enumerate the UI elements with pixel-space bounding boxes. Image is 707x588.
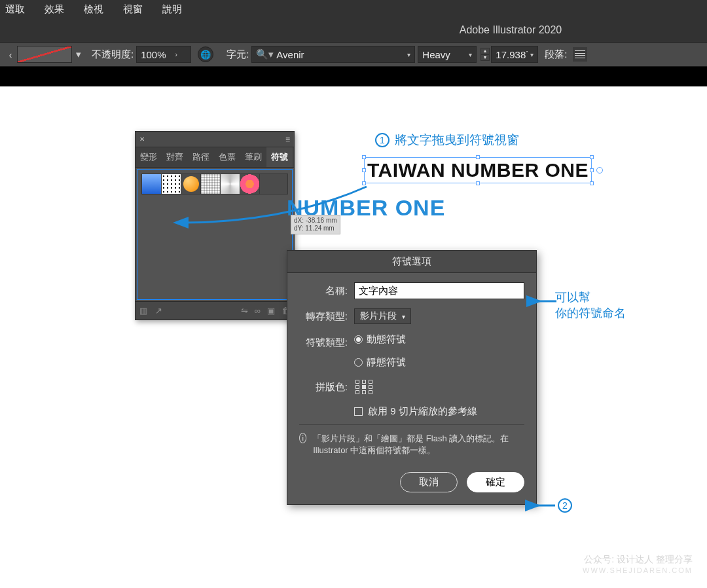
- registration-label: 拼版色:: [299, 381, 348, 394]
- font-size-field[interactable]: 17.938˙ ▾: [491, 46, 538, 63]
- step1-number: 1: [375, 133, 390, 147]
- paragraph-label: 段落:: [545, 48, 567, 61]
- menu-help[interactable]: 說明: [162, 3, 182, 16]
- annotation-name-l2: 你的符號命名: [555, 305, 626, 321]
- menu-window[interactable]: 視窗: [123, 3, 143, 16]
- radio-static[interactable]: 靜態符號: [354, 356, 406, 369]
- name-label: 名稱:: [299, 285, 348, 297]
- opacity-field[interactable]: 100% ›: [136, 46, 191, 63]
- annotation-name: 可以幫 你的符號命名: [555, 289, 626, 321]
- new-symbol-icon[interactable]: ▣: [267, 306, 275, 316]
- place-symbol-icon[interactable]: ↗: [155, 306, 162, 316]
- chevron-down-icon[interactable]: ▾: [407, 51, 410, 58]
- annotation-name-l1: 可以幫: [555, 289, 626, 305]
- step1-text: 將文字拖曳到符號視窗: [395, 132, 519, 149]
- selection-handle[interactable]: [590, 181, 594, 185]
- font-family-field[interactable]: 🔍▾ Avenir ▾: [251, 46, 415, 63]
- slice-checkbox[interactable]: 啟用 9 切片縮放的參考線: [354, 405, 524, 418]
- chevron-down-icon: ▾: [402, 313, 405, 320]
- radio-icon: [354, 358, 363, 367]
- fill-none-swatch[interactable]: [17, 46, 72, 63]
- panel-tabs: 變形 對齊 路徑 色票 筆刷 符號: [136, 147, 294, 168]
- canvas-text: TAIWAN NUMBER ONE: [367, 159, 589, 181]
- radio-dynamic-label: 動態符號: [367, 333, 406, 346]
- panel-menu-icon[interactable]: ≡: [285, 135, 290, 144]
- annotation-step2: 2: [558, 498, 572, 513]
- info-icon: i: [299, 433, 306, 443]
- radio-icon: [354, 335, 363, 344]
- symbol-type-label: 符號類型:: [299, 337, 348, 349]
- symbol-options-dialog: 符號選項 名稱: 轉存類型: 影片片段 ▾ 符號類型: 動態符號 靜態符號 拼版…: [287, 250, 537, 505]
- registration-grid[interactable]: [354, 379, 375, 395]
- watermark-line2: WWW.SHEJIDAREN.COM: [583, 565, 693, 576]
- annotation-arrow-icon: [522, 500, 562, 513]
- chevron-down-icon[interactable]: ›: [175, 51, 177, 58]
- font-size-stepper[interactable]: ▴ ▾: [480, 48, 490, 61]
- menu-view[interactable]: 檢視: [84, 3, 103, 16]
- selection-handle[interactable]: [362, 155, 366, 159]
- selection-handle[interactable]: [362, 168, 366, 172]
- watermark: 公众号: 设计达人 整理分享 WWW.SHEJIDAREN.COM: [583, 554, 693, 576]
- paragraph-align-icon[interactable]: [573, 47, 587, 62]
- ok-button[interactable]: 確定: [467, 472, 524, 492]
- step2-number: 2: [558, 498, 572, 513]
- checkbox-icon: [354, 407, 363, 416]
- text-anchor-handle[interactable]: [596, 167, 603, 174]
- dialog-title: 符號選項: [287, 251, 536, 273]
- cancel-button[interactable]: 取消: [400, 472, 458, 492]
- search-icon: 🔍▾: [256, 48, 274, 60]
- chevron-left-icon[interactable]: ‹: [4, 49, 17, 60]
- symbol-name-input[interactable]: [354, 282, 524, 299]
- chevron-up-icon[interactable]: ▴: [480, 48, 490, 54]
- opacity-value: 100%: [141, 49, 166, 60]
- app-title: Adobe Illustrator 2020: [460, 24, 562, 36]
- watermark-line1: 公众号: 设计达人 整理分享: [583, 554, 693, 565]
- tab-align[interactable]: 對齊: [162, 147, 188, 167]
- font-weight-value: Heavy: [422, 49, 450, 60]
- selected-text-object[interactable]: TAIWAN NUMBER ONE: [364, 157, 592, 183]
- tab-swatches[interactable]: 色票: [214, 147, 240, 167]
- control-toolbar: ‹ ▾ 不透明度: 100% › 🌐 字元: 🔍▾ Avenir ▾ Heavy…: [0, 42, 707, 67]
- menu-select[interactable]: 選取: [5, 3, 25, 16]
- export-type-select[interactable]: 影片片段 ▾: [354, 308, 411, 324]
- selection-handle[interactable]: [590, 168, 594, 172]
- export-type-label: 轉存類型:: [299, 310, 348, 323]
- doc-bar: [0, 67, 707, 86]
- font-size-value: 17.938˙: [496, 49, 529, 60]
- panel-header[interactable]: ✕ ≡: [136, 132, 294, 147]
- menu-effect[interactable]: 效果: [45, 3, 64, 16]
- opacity-label: 不透明度:: [92, 48, 134, 61]
- options-icon[interactable]: ∞: [255, 306, 261, 316]
- symbol-thumb[interactable]: [142, 174, 162, 194]
- menubar[interactable]: 選取 效果 檢視 視窗 說明: [0, 0, 707, 18]
- selection-handle[interactable]: [590, 155, 594, 159]
- chevron-down-icon[interactable]: ▾: [480, 54, 490, 61]
- annotation-step1: 1 將文字拖曳到符號視窗: [375, 132, 519, 149]
- radio-static-label: 靜態符號: [367, 356, 406, 369]
- radio-dynamic[interactable]: 動態符號: [354, 333, 406, 346]
- break-link-icon[interactable]: ⇋: [241, 306, 248, 316]
- app-titlebar: Adobe Illustrator 2020: [0, 18, 707, 42]
- font-weight-field[interactable]: Heavy ▾: [418, 46, 477, 63]
- export-type-value: 影片片段: [360, 310, 397, 322]
- char-label: 字元:: [227, 48, 249, 61]
- selection-handle[interactable]: [476, 181, 480, 185]
- chevron-down-icon[interactable]: ▾: [530, 51, 534, 58]
- tab-symbols[interactable]: 符號: [266, 147, 293, 167]
- selection-handle[interactable]: [476, 155, 480, 159]
- library-icon[interactable]: ▥: [139, 306, 147, 316]
- tab-brushes[interactable]: 筆刷: [240, 147, 266, 167]
- dialog-note: 「影片片段」和「繪圖」都是 Flash 讀入的標記。在 Illustrator …: [313, 433, 524, 456]
- chevron-down-icon[interactable]: ▾: [469, 51, 472, 58]
- font-family-value: Avenir: [276, 49, 304, 60]
- slice-checkbox-label: 啟用 9 切片縮放的參考線: [368, 405, 477, 418]
- tab-transform[interactable]: 變形: [136, 147, 162, 167]
- chevron-down-icon[interactable]: ▾: [72, 48, 85, 60]
- tab-pathfinder[interactable]: 路徑: [188, 147, 214, 167]
- close-icon[interactable]: ✕: [139, 136, 145, 143]
- globe-icon[interactable]: 🌐: [198, 46, 213, 62]
- drag-arrow-icon: [177, 177, 373, 255]
